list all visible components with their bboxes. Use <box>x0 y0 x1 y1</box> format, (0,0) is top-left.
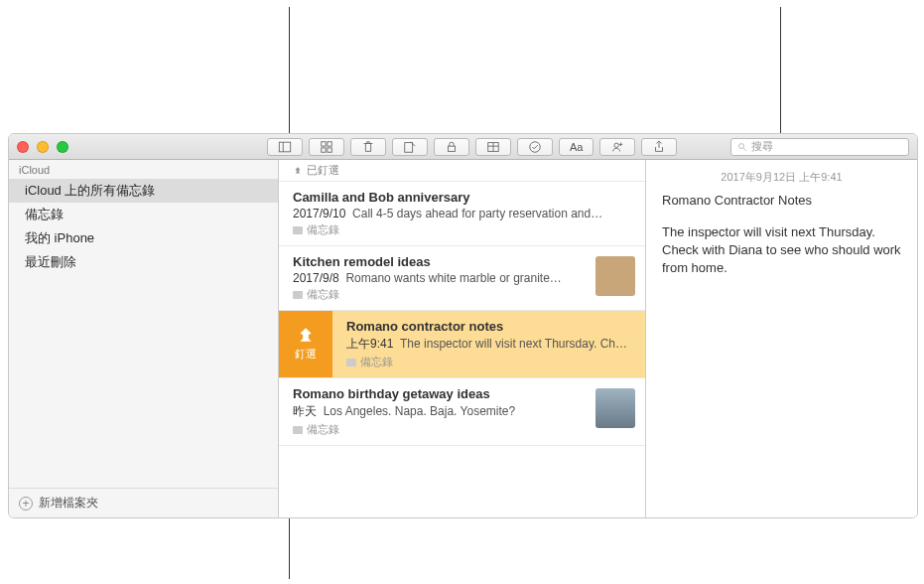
search-icon <box>737 142 747 152</box>
folder-icon <box>346 359 356 366</box>
pin-icon <box>293 166 303 176</box>
note-title: Romano birthday getaway ideas <box>293 386 631 401</box>
note-folder-label: 備忘錄 <box>307 222 339 237</box>
svg-rect-0 <box>279 142 290 152</box>
window-zoom-button[interactable] <box>57 141 68 153</box>
pin-action-button[interactable]: 釘選 <box>279 311 332 377</box>
note-date: 2017/9/10 <box>293 207 345 220</box>
window-close-button[interactable] <box>17 141 29 153</box>
app-window: Aa 搜尋 iCloud iCloud 上的所有備忘錄 備忘錄 我的 iPh <box>8 133 918 518</box>
note-preview: Los Angeles. Napa. Baja. Yosemite? <box>324 404 515 418</box>
sidebar-item-all-icloud[interactable]: iCloud 上的所有備忘錄 <box>9 179 278 203</box>
plus-circle-icon: + <box>19 497 33 511</box>
sidebar-item-recently-deleted[interactable]: 最近刪除 <box>9 250 278 274</box>
note-item[interactable]: Camilla and Bob anniversary 2017/9/10 Ca… <box>279 182 645 246</box>
sidebar: iCloud iCloud 上的所有備忘錄 備忘錄 我的 iPhone 最近刪除… <box>9 160 279 517</box>
lock-icon <box>445 140 459 154</box>
note-thumbnail <box>595 388 635 428</box>
note-item-selected[interactable]: 釘選 Romano contractor notes 上午9:41 The in… <box>279 311 645 378</box>
note-title: Kitchen remodel ideas <box>293 254 631 269</box>
note-date: 上午9:41 <box>346 337 393 351</box>
svg-rect-3 <box>328 141 331 145</box>
note-title: Romano contractor notes <box>346 319 631 334</box>
svg-rect-8 <box>449 146 456 151</box>
pin-action-label: 釘選 <box>295 347 317 362</box>
checkmark-circle-icon <box>528 140 542 154</box>
table-button[interactable] <box>475 138 511 156</box>
pin-icon <box>297 327 315 345</box>
sidebar-item-my-iphone[interactable]: 我的 iPhone <box>9 226 278 250</box>
svg-line-17 <box>743 148 746 151</box>
search-placeholder: 搜尋 <box>751 139 773 154</box>
svg-rect-5 <box>328 147 331 151</box>
note-folder-label: 備忘錄 <box>307 287 339 302</box>
editor-body: The inspector will visit next Thursday. … <box>662 223 901 278</box>
window-minimize-button[interactable] <box>37 141 49 153</box>
note-preview: Romano wants white marble or granite… <box>345 271 561 285</box>
note-list: 已釘選 Camilla and Bob anniversary 2017/9/1… <box>279 160 646 517</box>
grid-icon <box>320 140 333 154</box>
note-folder-label: 備忘錄 <box>360 355 393 369</box>
folder-icon <box>293 226 303 234</box>
note-thumbnail <box>595 256 635 296</box>
sidebar-section-header: iCloud <box>9 160 278 179</box>
svg-rect-4 <box>322 147 326 151</box>
text-format-icon: Aa <box>570 141 583 153</box>
note-title: Camilla and Bob anniversary <box>293 190 631 205</box>
sidebar-item-notes[interactable]: 備忘錄 <box>9 203 278 226</box>
note-preview: The inspector will visit next Thursday. … <box>400 337 631 351</box>
trash-icon <box>361 140 375 154</box>
svg-point-13 <box>614 143 618 147</box>
note-date: 2017/9/8 <box>293 271 339 285</box>
folder-icon <box>293 291 303 299</box>
note-item[interactable]: Romano birthday getaway ideas 昨天 Los Ang… <box>279 378 645 446</box>
checklist-button[interactable] <box>517 138 553 156</box>
format-button[interactable]: Aa <box>559 138 594 156</box>
titlebar: Aa 搜尋 <box>9 134 917 160</box>
table-icon <box>486 140 500 154</box>
share-icon <box>652 140 666 154</box>
person-plus-icon <box>610 140 624 154</box>
panel-icon <box>278 140 292 154</box>
svg-rect-2 <box>322 141 326 145</box>
editor-date: 2017年9月12日 上午9:41 <box>662 170 901 185</box>
search-field[interactable]: 搜尋 <box>730 138 909 156</box>
new-note-button[interactable] <box>392 138 428 156</box>
note-item[interactable]: Kitchen remodel ideas 2017/9/8 Romano wa… <box>279 246 645 311</box>
svg-rect-6 <box>405 142 413 152</box>
new-folder-label: 新增檔案夾 <box>39 495 98 511</box>
lock-note-button[interactable] <box>434 138 469 156</box>
gallery-view-button[interactable] <box>309 138 344 156</box>
folder-icon <box>293 426 303 434</box>
note-editor[interactable]: 2017年9月12日 上午9:41 Romano Contractor Note… <box>646 160 917 517</box>
svg-point-12 <box>530 141 541 152</box>
new-folder-button[interactable]: + 新增檔案夾 <box>9 488 278 517</box>
pinned-section-header: 已釘選 <box>279 160 645 182</box>
editor-title: Romano Contractor Notes <box>662 193 901 208</box>
compose-icon <box>403 140 417 154</box>
note-date: 昨天 <box>293 404 317 418</box>
note-preview: Call 4-5 days ahead for party reservatio… <box>352 207 602 220</box>
delete-note-button[interactable] <box>350 138 386 156</box>
note-folder-label: 備忘錄 <box>307 422 339 437</box>
svg-point-16 <box>739 143 744 148</box>
toggle-sidebar-button[interactable] <box>267 138 303 156</box>
share-button[interactable] <box>641 138 677 156</box>
add-people-button[interactable] <box>599 138 635 156</box>
